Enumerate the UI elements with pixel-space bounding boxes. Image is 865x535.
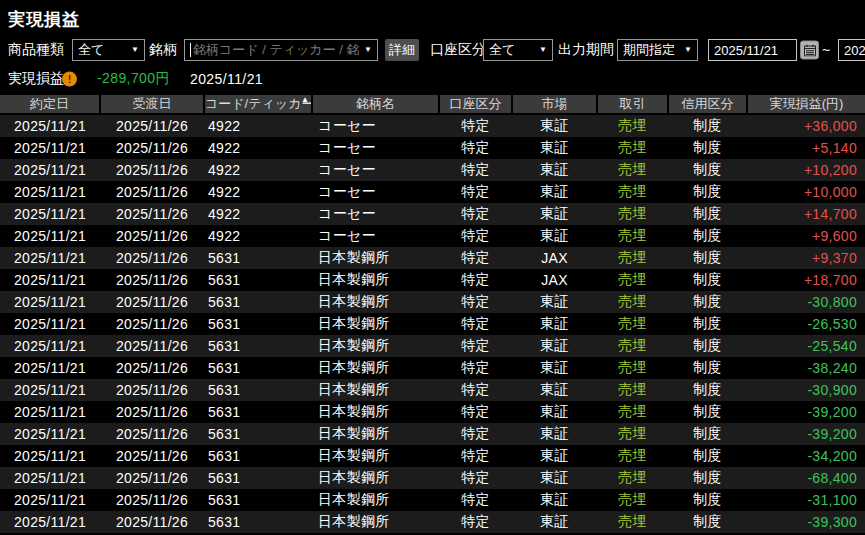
cell-trade-date: 2025/11/21 xyxy=(0,313,100,335)
cell-realized-pnl: +9,370 xyxy=(747,247,865,269)
period-value: 期間指定 xyxy=(623,41,675,59)
cell-settlement-date: 2025/11/26 xyxy=(100,313,204,335)
header-realized-pnl[interactable]: 実現損益(円) xyxy=(747,95,865,114)
detail-button[interactable]: 詳細 xyxy=(385,39,419,61)
cell-settlement-date: 2025/11/26 xyxy=(100,335,204,357)
cell-code: 5631 xyxy=(204,467,312,489)
cell-account-type: 特定 xyxy=(439,335,512,357)
table-row[interactable]: 2025/11/212025/11/265631日本製鋼所特定東証売埋制度-38… xyxy=(0,357,865,379)
table-row[interactable]: 2025/11/212025/11/265631日本製鋼所特定東証売埋制度-68… xyxy=(0,467,865,489)
cell-margin-type: 制度 xyxy=(668,225,747,247)
sort-asc-icon: ▲ xyxy=(301,95,309,105)
table-row[interactable]: 2025/11/212025/11/264922コーセー特定東証売埋制度+10,… xyxy=(0,159,865,181)
warning-icon[interactable]: ! xyxy=(62,71,77,86)
table-row[interactable]: 2025/11/212025/11/265631日本製鋼所特定東証売埋制度-25… xyxy=(0,335,865,357)
cell-trade-date: 2025/11/21 xyxy=(0,247,100,269)
table-header-row: 約定日 受渡日 コード/ティッカー▲ 銘柄名 口座区分 市場 取引 信用区分 実… xyxy=(0,95,865,114)
cell-settlement-date: 2025/11/26 xyxy=(100,511,204,533)
header-trade-type[interactable]: 取引 xyxy=(597,95,668,114)
cell-realized-pnl: -34,200 xyxy=(747,445,865,467)
date-to-input[interactable]: 2025/11/21 xyxy=(838,39,865,61)
account-type-label: 口座区分 xyxy=(430,41,486,59)
cell-settlement-date: 2025/11/26 xyxy=(100,445,204,467)
cell-margin-type: 制度 xyxy=(668,291,747,313)
summary-value: -289,700円 xyxy=(97,70,170,88)
cell-trade-date: 2025/11/21 xyxy=(0,114,100,137)
cell-realized-pnl: -38,240 xyxy=(747,357,865,379)
header-trade-date[interactable]: 約定日 xyxy=(0,95,100,114)
table-row[interactable]: 2025/11/212025/11/265631日本製鋼所特定東証売埋制度-34… xyxy=(0,445,865,467)
cell-margin-type: 制度 xyxy=(668,137,747,159)
cell-realized-pnl: +14,700 xyxy=(747,203,865,225)
calendar-button[interactable] xyxy=(800,41,819,60)
account-type-value: 全て xyxy=(489,41,515,59)
cell-code: 4922 xyxy=(204,181,312,203)
table-row[interactable]: 2025/11/212025/11/265631日本製鋼所特定東証売埋制度-39… xyxy=(0,511,865,533)
table-row[interactable]: 2025/11/212025/11/265631日本製鋼所特定東証売埋制度-26… xyxy=(0,313,865,335)
symbol-input[interactable]: 銘柄コード / ティッカー / 銘柄名 ▼ xyxy=(184,39,378,61)
table-row[interactable]: 2025/11/212025/11/265631日本製鋼所特定東証売埋制度-30… xyxy=(0,379,865,401)
date-from-input[interactable]: 2025/11/21 xyxy=(708,39,797,61)
cell-settlement-date: 2025/11/26 xyxy=(100,137,204,159)
cell-realized-pnl: +36,000 xyxy=(747,114,865,137)
cell-account-type: 特定 xyxy=(439,225,512,247)
cell-settlement-date: 2025/11/26 xyxy=(100,357,204,379)
symbol-label: 銘柄 xyxy=(149,41,177,59)
cell-trade-date: 2025/11/21 xyxy=(0,203,100,225)
table-row[interactable]: 2025/11/212025/11/265631日本製鋼所特定東証売埋制度-31… xyxy=(0,489,865,511)
cell-realized-pnl: -25,540 xyxy=(747,335,865,357)
summary-bar: 実現損益 ! -289,700円 2025/11/21 xyxy=(0,64,865,93)
cell-account-type: 特定 xyxy=(439,489,512,511)
cell-trade-type: 売埋 xyxy=(597,467,668,489)
cell-margin-type: 制度 xyxy=(668,379,747,401)
cell-settlement-date: 2025/11/26 xyxy=(100,401,204,423)
summary-date: 2025/11/21 xyxy=(190,71,263,87)
cell-margin-type: 制度 xyxy=(668,357,747,379)
cell-realized-pnl: -39,300 xyxy=(747,511,865,533)
cell-trade-type: 売埋 xyxy=(597,401,668,423)
cell-market: 東証 xyxy=(512,467,597,489)
cell-settlement-date: 2025/11/26 xyxy=(100,269,204,291)
cell-margin-type: 制度 xyxy=(668,159,747,181)
cell-stock-name: 日本製鋼所 xyxy=(312,269,439,291)
cell-margin-type: 制度 xyxy=(668,313,747,335)
header-settlement-date[interactable]: 受渡日 xyxy=(100,95,204,114)
table-row[interactable]: 2025/11/212025/11/265631日本製鋼所特定東証売埋制度-39… xyxy=(0,401,865,423)
table-row[interactable]: 2025/11/212025/11/265631日本製鋼所特定東証売埋制度-39… xyxy=(0,423,865,445)
cell-settlement-date: 2025/11/26 xyxy=(100,159,204,181)
cell-trade-date: 2025/11/21 xyxy=(0,269,100,291)
table-row[interactable]: 2025/11/212025/11/265631日本製鋼所特定東証売埋制度-30… xyxy=(0,291,865,313)
cell-trade-type: 売埋 xyxy=(597,114,668,137)
period-select[interactable]: 期間指定 ▼ xyxy=(617,39,698,61)
cell-code: 4922 xyxy=(204,203,312,225)
cell-stock-name: 日本製鋼所 xyxy=(312,379,439,401)
cell-trade-type: 売埋 xyxy=(597,489,668,511)
table-row[interactable]: 2025/11/212025/11/264922コーセー特定東証売埋制度+9,6… xyxy=(0,225,865,247)
cell-market: 東証 xyxy=(512,159,597,181)
header-stock-name[interactable]: 銘柄名 xyxy=(312,95,439,114)
header-market[interactable]: 市場 xyxy=(512,95,597,114)
cell-stock-name: 日本製鋼所 xyxy=(312,423,439,445)
cell-trade-type: 売埋 xyxy=(597,445,668,467)
table-row[interactable]: 2025/11/212025/11/264922コーセー特定東証売埋制度+14,… xyxy=(0,203,865,225)
cell-stock-name: 日本製鋼所 xyxy=(312,401,439,423)
header-code-ticker[interactable]: コード/ティッカー▲ xyxy=(204,95,312,114)
cell-trade-date: 2025/11/21 xyxy=(0,181,100,203)
table-row[interactable]: 2025/11/212025/11/264922コーセー特定東証売埋制度+10,… xyxy=(0,181,865,203)
header-margin-type[interactable]: 信用区分 xyxy=(668,95,747,114)
table-row[interactable]: 2025/11/212025/11/264922コーセー特定東証売埋制度+36,… xyxy=(0,114,865,137)
header-account-type[interactable]: 口座区分 xyxy=(439,95,512,114)
account-type-select[interactable]: 全て ▼ xyxy=(483,39,553,61)
cell-trade-type: 売埋 xyxy=(597,181,668,203)
cell-market: JAX xyxy=(512,247,597,269)
cell-stock-name: 日本製鋼所 xyxy=(312,335,439,357)
table-row[interactable]: 2025/11/212025/11/265631日本製鋼所特定JAX売埋制度+9… xyxy=(0,247,865,269)
cell-trade-type: 売埋 xyxy=(597,247,668,269)
table-row[interactable]: 2025/11/212025/11/264922コーセー特定東証売埋制度+5,1… xyxy=(0,137,865,159)
product-type-select[interactable]: 全て ▼ xyxy=(72,39,145,61)
cell-market: 東証 xyxy=(512,511,597,533)
cell-stock-name: 日本製鋼所 xyxy=(312,467,439,489)
cell-margin-type: 制度 xyxy=(668,247,747,269)
table-row[interactable]: 2025/11/212025/11/265631日本製鋼所特定JAX売埋制度+1… xyxy=(0,269,865,291)
cell-trade-type: 売埋 xyxy=(597,137,668,159)
